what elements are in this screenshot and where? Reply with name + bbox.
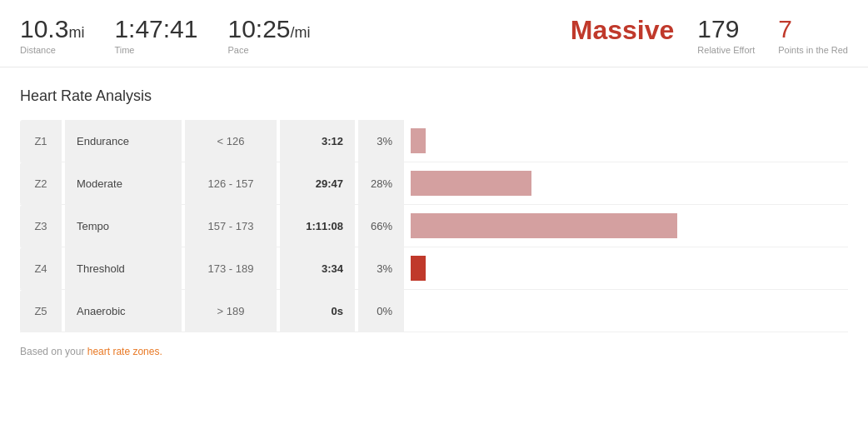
zone-name: Anaerobic: [65, 290, 182, 332]
zone-bar-cell: [404, 205, 848, 247]
points-red-label: Points in the Red: [778, 45, 848, 55]
zone-range: 173 - 189: [185, 247, 277, 290]
table-row: Z3 Tempo 157 - 173 1:11:08 66%: [20, 205, 848, 247]
zone-name: Tempo: [65, 205, 182, 247]
zone-name: Threshold: [65, 247, 182, 290]
points-red-value: 7: [778, 15, 848, 42]
zone-label: Z5: [20, 290, 62, 332]
section-title: Heart Rate Analysis: [20, 87, 848, 105]
pace-label: Pace: [227, 45, 310, 55]
table-row: Z2 Moderate 126 - 157 29:47 28%: [20, 162, 848, 205]
time-label: Time: [114, 45, 197, 55]
zone-bar-cell: [404, 162, 848, 205]
zone-label: Z2: [20, 162, 62, 205]
zone-range: 157 - 173: [185, 205, 277, 247]
zone-time: 3:34: [280, 247, 355, 290]
footer-note: Based on your heart rate zones.: [20, 346, 848, 357]
distance-label: Distance: [20, 45, 84, 55]
table-row: Z4 Threshold 173 - 189 3:34 3%: [20, 247, 848, 290]
zone-name: Moderate: [65, 162, 182, 205]
zone-bar-cell: [404, 290, 848, 332]
zone-bar: [411, 171, 531, 196]
distance-unit: mi: [68, 24, 84, 41]
relative-effort-value: 179: [697, 15, 755, 42]
bar-container: [411, 128, 841, 153]
effort-badge: Massive: [571, 15, 675, 46]
effort-stat: Massive: [571, 15, 675, 46]
zone-pct: 66%: [358, 205, 404, 247]
bar-container: [411, 298, 841, 323]
zone-bar-cell: [404, 247, 848, 290]
zone-time: 29:47: [280, 162, 355, 205]
heart-rate-table: Z1 Endurance < 126 3:12 3% Z2 Moderate 1…: [20, 120, 848, 332]
zone-bar-cell: [404, 120, 848, 162]
zone-range: > 189: [185, 290, 277, 332]
bar-container: [411, 256, 841, 281]
header: 10.3mi Distance 1:47:41 Time 10:25/mi Pa…: [0, 0, 868, 67]
zone-range: 126 - 157: [185, 162, 277, 205]
zone-time: 1:11:08: [280, 205, 355, 247]
heart-rate-zones-link[interactable]: heart rate zones.: [87, 346, 162, 357]
zone-bar: [411, 128, 426, 153]
pace-stat: 10:25/mi Pace: [227, 15, 310, 55]
time-stat: 1:47:41 Time: [114, 15, 197, 55]
zone-label: Z1: [20, 120, 62, 162]
distance-stat: 10.3mi Distance: [20, 15, 84, 55]
stats-left: 10.3mi Distance 1:47:41 Time 10:25/mi Pa…: [20, 15, 571, 55]
relative-effort-stat: 179 Relative Effort: [697, 15, 755, 55]
points-red-stat: 7 Points in the Red: [778, 15, 848, 55]
bar-container: [411, 171, 841, 196]
zone-name: Endurance: [65, 120, 182, 162]
table-row: Z5 Anaerobic > 189 0s 0%: [20, 290, 848, 332]
zone-label: Z4: [20, 247, 62, 290]
pace-unit: /mi: [291, 24, 311, 41]
zone-time: 3:12: [280, 120, 355, 162]
footer-text-before: Based on your: [20, 346, 87, 357]
stats-right: Massive 179 Relative Effort 7 Points in …: [571, 15, 848, 55]
pace-value: 10:25/mi: [227, 15, 310, 42]
zone-time: 0s: [280, 290, 355, 332]
table-row: Z1 Endurance < 126 3:12 3%: [20, 120, 848, 162]
zone-bar: [411, 256, 426, 281]
distance-value: 10.3mi: [20, 15, 84, 42]
zone-pct: 3%: [358, 120, 404, 162]
relative-effort-label: Relative Effort: [697, 45, 755, 55]
zone-range: < 126: [185, 120, 277, 162]
bar-container: [411, 213, 841, 238]
pace-number: 10:25: [227, 15, 290, 42]
main-content: Heart Rate Analysis Z1 Endurance < 126 3…: [0, 67, 868, 371]
time-value: 1:47:41: [114, 15, 197, 42]
distance-number: 10.3: [20, 15, 68, 42]
zone-pct: 0%: [358, 290, 404, 332]
zone-pct: 3%: [358, 247, 404, 290]
zone-pct: 28%: [358, 162, 404, 205]
zone-bar: [411, 213, 677, 238]
zone-label: Z3: [20, 205, 62, 247]
